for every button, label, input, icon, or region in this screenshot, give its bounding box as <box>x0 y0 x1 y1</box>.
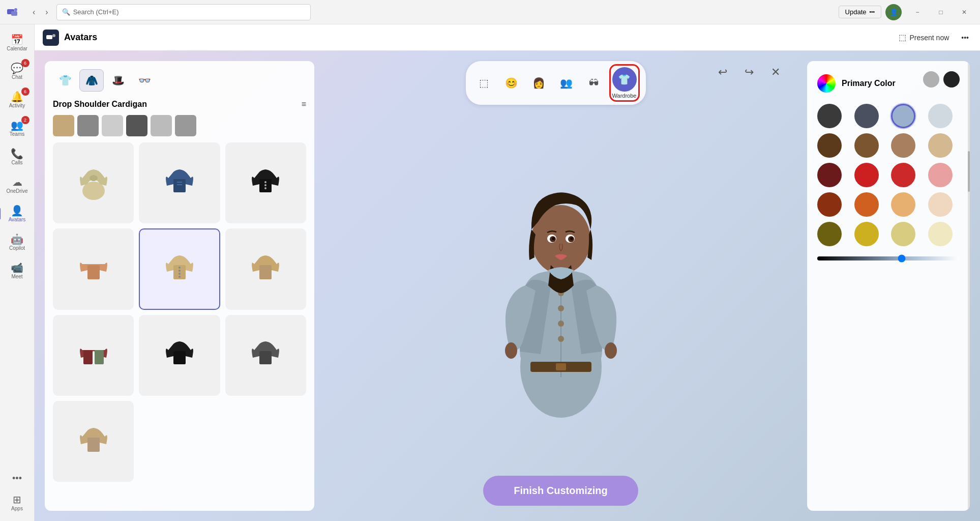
search-bar[interactable]: 🔍 Search (Ctrl+E) <box>56 4 311 20</box>
color-swatch[interactable] <box>891 192 915 217</box>
calendar-icon: 📅 <box>11 35 23 45</box>
meet-icon: 📹 <box>11 263 23 273</box>
avatar-toolbar: ⬚ 😊 👩 👥 🕶 � <box>466 61 646 105</box>
svg-point-32 <box>505 342 517 359</box>
svg-point-30 <box>558 321 564 327</box>
svg-point-13 <box>264 187 266 189</box>
color-swatch[interactable] <box>891 133 915 158</box>
back-button[interactable]: ‹ <box>28 6 39 19</box>
finish-customizing-button[interactable]: Finish Customizing <box>483 476 638 506</box>
toolbar-btn-accessories-wrap: 🕶 <box>582 71 606 95</box>
sidebar-item-copilot[interactable]: 🤖 Copilot <box>3 228 32 256</box>
svg-point-40 <box>552 237 555 240</box>
scroll-swatch[interactable] <box>175 115 196 136</box>
clothing-item[interactable] <box>53 401 134 482</box>
color-swatch[interactable] <box>854 163 879 187</box>
maximize-button[interactable]: □ <box>929 4 953 20</box>
color-swatch[interactable] <box>891 163 915 187</box>
clothing-item[interactable] <box>225 228 306 309</box>
window-controls: − □ ✕ <box>906 4 976 20</box>
content-area: Avatars ⬚ Present now ••• 👕 🧥 🎩 👓 Drop S… <box>35 24 980 521</box>
sidebar-item-label: Teams <box>10 131 24 137</box>
color-swatch[interactable] <box>817 192 842 217</box>
color-swatch-selected[interactable] <box>891 104 915 128</box>
color-swatch[interactable] <box>817 163 842 187</box>
clothing-item[interactable] <box>225 315 306 396</box>
scroll-swatch[interactable] <box>53 115 74 136</box>
color-preset-gray[interactable] <box>923 71 939 88</box>
svg-point-18 <box>179 273 181 275</box>
present-more-button[interactable]: ••• <box>958 31 972 45</box>
clothing-item[interactable] <box>53 228 134 309</box>
svg-point-31 <box>558 336 564 342</box>
workspace: 👕 🧥 🎩 👓 Drop Shoulder Cardigan ≡ <box>35 51 980 521</box>
undo-button[interactable]: ↩ <box>711 61 734 83</box>
color-slider[interactable] <box>817 256 960 260</box>
sidebar-item-label: Avatars <box>9 217 26 222</box>
color-swatch[interactable] <box>854 222 879 246</box>
svg-point-41 <box>570 237 573 240</box>
color-presets-row <box>923 71 960 88</box>
toolbar-body-button[interactable]: 👥 <box>554 71 579 95</box>
forward-button[interactable]: › <box>41 6 52 19</box>
sidebar-item-calls[interactable]: 📞 Calls <box>3 142 32 171</box>
redo-button[interactable]: ↪ <box>738 61 760 83</box>
present-now-button[interactable]: ⬚ Present now <box>894 30 954 45</box>
color-swatch[interactable] <box>817 104 842 128</box>
toolbar-preset-button[interactable]: ⬚ <box>472 71 496 95</box>
clothing-item[interactable] <box>225 142 306 223</box>
color-swatch[interactable] <box>817 222 842 246</box>
color-swatch[interactable] <box>928 163 953 187</box>
scroll-swatch[interactable] <box>102 115 123 136</box>
minimize-button[interactable]: − <box>906 4 929 20</box>
wardrobe-tab-top[interactable]: 👕 <box>53 69 77 92</box>
avatars-icon: 👤 <box>11 206 23 216</box>
toolbar-wardrobe-button[interactable]: 👕 <box>612 67 637 92</box>
color-swatch[interactable] <box>891 222 915 246</box>
color-swatch[interactable] <box>854 133 879 158</box>
clothing-item[interactable] <box>53 142 134 223</box>
scroll-swatch[interactable] <box>151 115 172 136</box>
color-swatch[interactable] <box>854 104 879 128</box>
sidebar-item-activity[interactable]: 🔔 Activity 6 <box>3 85 32 114</box>
clothing-item[interactable] <box>53 315 134 396</box>
sidebar-item-onedrive[interactable]: ☁ OneDrive <box>3 171 32 199</box>
scroll-swatch[interactable] <box>77 115 99 136</box>
wardrobe-tab-glasses[interactable]: 👓 <box>132 69 157 92</box>
sidebar-item-teams[interactable]: 👥 Teams 2 <box>3 114 32 142</box>
toolbar-accessories-button[interactable]: 🕶 <box>582 71 606 95</box>
update-button[interactable]: Update ••• <box>839 6 881 18</box>
wardrobe-tab-hat[interactable]: 🎩 <box>106 69 130 92</box>
toolbar-close-button[interactable]: ✕ <box>764 61 787 83</box>
wardrobe-tab-pants[interactable]: 🧥 <box>79 69 104 92</box>
search-icon: 🔍 <box>62 8 70 16</box>
color-panel-scrollbar-thumb[interactable] <box>968 151 970 192</box>
color-swatch[interactable] <box>928 104 953 128</box>
svg-point-17 <box>179 270 181 272</box>
color-swatch[interactable] <box>817 133 842 158</box>
sidebar-item-chat[interactable]: 💬 Chat 6 <box>3 57 32 85</box>
color-grid <box>817 104 960 246</box>
clothing-item-selected[interactable] <box>139 228 220 309</box>
color-swatch[interactable] <box>928 133 953 158</box>
sidebar-item-avatars[interactable]: 👤 Avatars <box>3 199 32 228</box>
svg-point-16 <box>179 267 181 269</box>
svg-point-4 <box>52 34 55 37</box>
color-swatch[interactable] <box>854 192 879 217</box>
filter-icon[interactable]: ≡ <box>302 100 306 109</box>
color-swatch[interactable] <box>928 192 953 217</box>
color-swatch[interactable] <box>928 222 953 246</box>
toolbar-face-button[interactable]: 😊 <box>499 71 524 95</box>
color-preset-black[interactable] <box>943 71 960 88</box>
sidebar-more-button[interactable]: ••• <box>3 468 32 488</box>
close-button[interactable]: ✕ <box>953 4 976 20</box>
toolbar-hairstyle-button[interactable]: 👩 <box>527 71 551 95</box>
sidebar-item-meet[interactable]: 📹 Meet <box>3 256 32 285</box>
sidebar-item-calendar[interactable]: 📅 Calendar <box>3 28 32 57</box>
scroll-swatch[interactable] <box>126 115 147 136</box>
user-avatar[interactable]: 👤 <box>885 4 902 20</box>
clothing-item[interactable] <box>139 315 220 396</box>
clothing-item[interactable] <box>139 142 220 223</box>
search-placeholder: Search (Ctrl+E) <box>73 8 119 16</box>
sidebar-item-apps[interactable]: ⊞ Apps <box>3 488 32 517</box>
